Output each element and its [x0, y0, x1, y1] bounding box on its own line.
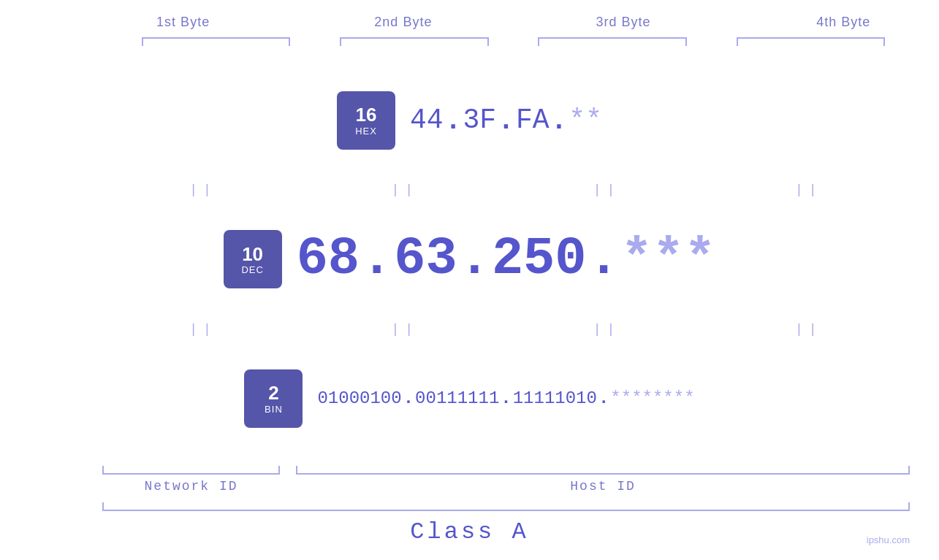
bracket-cell-1: [117, 37, 315, 46]
bin-byte-1: 01000100: [317, 390, 401, 407]
equals-cell-2-4: ||: [708, 320, 910, 339]
dec-badge-number: 10: [242, 244, 263, 265]
dec-byte-2: 63: [394, 233, 457, 285]
equals-cell-1-3: ||: [506, 180, 708, 199]
hex-badge: 16 HEX: [337, 91, 395, 150]
bin-dot-1: .: [403, 388, 414, 408]
hex-badge-number: 16: [356, 104, 377, 126]
equals-cell-2-2: ||: [304, 320, 506, 339]
bracket-cell-2: [315, 37, 513, 46]
equals-row-2: || || || ||: [102, 320, 910, 339]
byte-headers: 1st Byte 2nd Byte 3rd Byte 4th Byte: [73, 15, 939, 30]
hex-values-row: 44 . 3F . FA . **: [410, 105, 602, 137]
hex-byte-1: 44: [410, 107, 444, 134]
equals-cell-2-3: ||: [506, 320, 708, 339]
bin-byte-3: 11111010: [513, 390, 597, 407]
byte-header-1: 1st Byte: [73, 15, 293, 30]
bin-values-row: 01000100 . 00111111 . 11111010 . *******…: [317, 388, 694, 408]
host-bracket: [296, 466, 910, 475]
bottom-section: Network ID Host ID Class A ipshu.com: [29, 466, 910, 545]
byte-header-4: 4th Byte: [734, 15, 939, 30]
bin-badge-label: BIN: [265, 404, 283, 415]
dec-byte-1: 68: [297, 233, 360, 285]
hex-badge-label: HEX: [355, 126, 377, 137]
hex-dot-2: .: [498, 105, 514, 137]
wide-bracket: [102, 502, 910, 511]
hex-byte-4: **: [569, 107, 602, 134]
class-label: Class A: [410, 518, 528, 545]
bin-byte-4: ********: [610, 390, 694, 407]
bracket-line-3: [538, 37, 686, 46]
bracket-line-4: [737, 37, 885, 46]
bracket-line-1: [142, 37, 290, 46]
host-id-label: Host ID: [296, 479, 910, 494]
equals-cell-1-4: ||: [708, 180, 910, 199]
dec-dot-2: .: [459, 229, 490, 289]
equals-row-1: || || || ||: [102, 180, 910, 199]
dec-values-row: 68 . 63 . 250 . ***: [297, 229, 716, 289]
bin-row: 2 BIN 01000100 . 00111111 . 11111010 . *…: [244, 339, 694, 459]
bracket-cell-3: [514, 37, 712, 46]
bracket-line-2: [340, 37, 488, 46]
dec-dot-3: .: [588, 229, 620, 289]
byte-header-3: 3rd Byte: [514, 15, 734, 30]
bracket-cell-4: [712, 37, 910, 46]
hex-byte-2: 3F: [463, 107, 496, 134]
dec-byte-4: ***: [621, 233, 716, 285]
hex-byte-3: FA: [516, 107, 550, 134]
network-id-label: Network ID: [102, 479, 280, 494]
dec-row: 10 DEC 68 . 63 . 250 . ***: [224, 199, 716, 319]
bottom-brackets-row: [102, 466, 910, 475]
byte-header-2: 2nd Byte: [293, 15, 513, 30]
equals-cell-2-1: ||: [102, 320, 304, 339]
class-row: Class A ipshu.com: [29, 518, 910, 545]
network-bracket: [102, 466, 280, 475]
wide-bracket-row: [102, 502, 910, 511]
equals-cell-1-1: ||: [102, 180, 304, 199]
bin-byte-2: 00111111: [415, 390, 499, 407]
bin-dot-2: .: [501, 388, 511, 408]
bin-dot-3: .: [598, 388, 609, 408]
hex-row: 16 HEX 44 . 3F . FA . **: [337, 61, 602, 180]
top-brackets: [117, 37, 910, 46]
dec-dot-1: .: [361, 229, 392, 289]
dec-badge: 10 DEC: [224, 230, 282, 288]
dec-byte-3: 250: [492, 233, 587, 285]
equals-cell-1-2: ||: [304, 180, 506, 199]
bin-badge-number: 2: [268, 383, 278, 404]
dec-badge-label: DEC: [241, 264, 263, 275]
watermark: ipshu.com: [867, 534, 910, 545]
main-container: 1st Byte 2nd Byte 3rd Byte 4th Byte 16 H…: [0, 0, 939, 560]
hex-dot-3: .: [551, 105, 568, 137]
bin-badge: 2 BIN: [244, 369, 303, 428]
id-labels-row: Network ID Host ID: [102, 479, 910, 494]
hex-dot-1: .: [445, 105, 462, 137]
